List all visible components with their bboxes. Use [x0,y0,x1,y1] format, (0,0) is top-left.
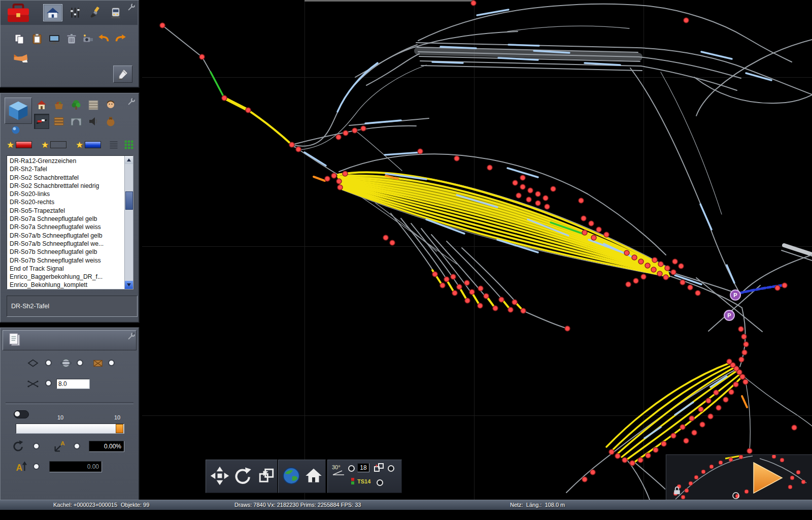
count-box[interactable]: 18 [357,463,369,472]
track-node[interactable] [657,271,662,276]
track-node[interactable] [296,147,301,152]
track-node[interactable] [716,405,721,410]
category-track-systems[interactable] [34,114,49,129]
category-figures[interactable] [103,98,118,113]
track-length-input[interactable] [56,379,90,389]
track-node[interactable] [478,286,483,291]
track-node[interactable] [671,433,676,438]
track-node[interactable] [737,370,742,375]
category-textures[interactable] [86,98,101,113]
track-node[interactable] [444,277,449,282]
move-auto-button[interactable]: A [51,439,69,454]
toggle-icon[interactable] [14,410,29,418]
sphere-tab[interactable] [10,124,22,136]
category-bridges[interactable] [69,114,84,129]
track-node[interactable] [508,307,513,312]
ts-radio[interactable] [377,479,383,486]
count-slider[interactable] [16,424,124,434]
track-node[interactable] [638,458,643,463]
track-node[interactable] [663,275,668,280]
list-item[interactable]: DR-So7a/b Schneepflugtafel gelb [10,232,125,240]
track-node[interactable] [653,447,658,452]
track-node[interactable] [343,171,348,176]
track-node[interactable] [708,414,713,419]
favorites-red-button[interactable]: ★ [5,138,35,151]
model-preview-button[interactable] [13,51,29,66]
sphere-mode-radio[interactable] [77,360,83,366]
crate-mode-button[interactable] [91,358,105,369]
camera-button[interactable] [81,32,95,46]
track-node[interactable] [343,131,348,136]
track-node[interactable] [565,326,570,331]
track-node[interactable] [454,156,459,161]
list-item[interactable]: DR-Sh2-Tafel [10,165,125,173]
grid-view-button[interactable] [122,139,136,151]
switch-mode-radio[interactable] [45,360,52,366]
snap-button[interactable] [373,461,386,474]
crate-mode-radio[interactable] [108,360,115,366]
track-node[interactable] [493,306,498,311]
favorites-green-button[interactable]: ★ [39,138,70,151]
track-node[interactable] [361,126,366,131]
scroll-down-button[interactable] [125,281,133,289]
track-node[interactable] [684,438,689,443]
track-node[interactable] [641,274,646,279]
switch-mode-button[interactable] [26,358,40,369]
track-node[interactable] [512,300,517,305]
track-node[interactable] [390,240,395,245]
list-item[interactable]: DR-So7b Schneepflugtafel gelb [10,248,125,256]
track-node[interactable] [651,267,656,272]
track-node[interactable] [609,449,614,454]
track-node[interactable] [199,54,205,59]
track-node[interactable] [742,350,747,355]
stamp-button[interactable] [113,66,132,83]
track-node[interactable] [723,397,728,402]
toolbox-button[interactable] [6,2,31,24]
track-node[interactable] [352,128,357,133]
track-node[interactable] [665,266,670,271]
track-node[interactable] [591,235,596,240]
globe-button[interactable] [281,465,302,486]
delete-button[interactable] [64,32,79,46]
track-node[interactable] [689,416,694,421]
track-node[interactable] [739,357,744,362]
track-node[interactable] [743,379,748,384]
home-view-button[interactable] [303,465,324,486]
track-cross-button[interactable] [26,378,40,390]
track-node[interactable] [336,135,341,140]
track-node[interactable] [692,430,697,435]
track-node[interactable] [582,230,587,235]
track-node[interactable] [160,23,165,28]
track-node[interactable] [729,389,734,395]
track-node[interactable] [782,283,787,288]
track-node[interactable] [469,289,475,295]
track-node[interactable] [471,1,476,6]
track-node[interactable] [700,422,705,427]
track-node[interactable] [590,470,595,475]
track-node[interactable] [520,175,525,180]
snap-radio[interactable] [388,465,394,472]
layout-panels-button[interactable] [65,4,85,21]
track-node[interactable] [706,398,711,403]
track-node[interactable] [440,283,445,288]
track-node[interactable] [604,232,609,237]
track-node[interactable] [383,235,388,240]
height-mode-button[interactable]: A [14,459,29,474]
track-node[interactable] [679,264,684,269]
track-node[interactable] [545,204,550,209]
track-node[interactable] [325,176,330,181]
track-node[interactable] [579,198,584,203]
angle-radio[interactable] [348,465,355,472]
model-listbox[interactable]: DR-Ra12-GrenzzeichenDR-Sh2-TafelDR-So2 S… [7,155,133,289]
track-node[interactable] [671,270,676,275]
properties-wrench-icon[interactable] [127,332,136,340]
track-node[interactable] [596,227,601,232]
track-node[interactable] [499,297,504,302]
height-mode-radio[interactable] [33,463,40,470]
track-node[interactable] [624,250,629,255]
list-item[interactable]: DR-So2 Schachbretttafel niedrig [10,182,125,190]
list-scrollbar[interactable] [124,156,133,289]
track-node[interactable] [672,259,678,264]
track-node[interactable] [222,95,227,101]
track-node[interactable] [487,165,492,170]
